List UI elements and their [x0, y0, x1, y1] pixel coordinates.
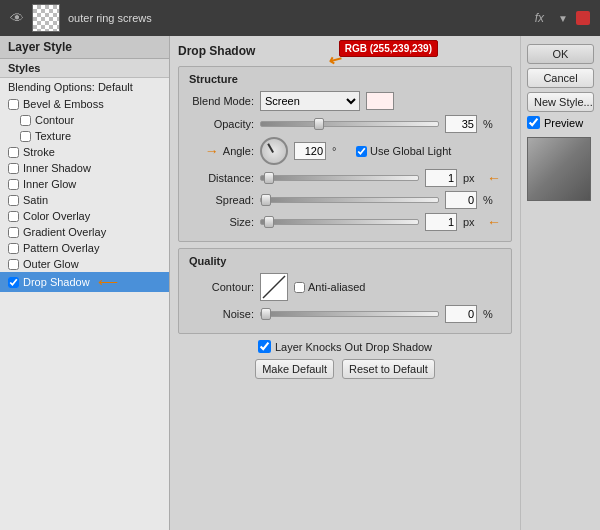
spread-slider[interactable]: [260, 197, 439, 203]
satin-item[interactable]: Satin: [0, 192, 169, 208]
noise-input[interactable]: [445, 305, 477, 323]
contour-label: Contour: [35, 114, 74, 126]
noise-slider[interactable]: [260, 311, 439, 317]
global-light-label: Use Global Light: [370, 145, 451, 157]
reset-default-button[interactable]: Reset to Default: [342, 359, 435, 379]
gradient-overlay-item[interactable]: Gradient Overlay: [0, 224, 169, 240]
blend-mode-select[interactable]: Screen: [260, 91, 360, 111]
size-unit: px: [463, 216, 481, 228]
outer-glow-checkbox[interactable]: [8, 259, 19, 270]
angle-row: → Angle: ° Use Global Light: [189, 137, 501, 165]
eye-icon[interactable]: 👁: [10, 10, 24, 26]
spread-input[interactable]: [445, 191, 477, 209]
outer-glow-item[interactable]: Outer Glow: [0, 256, 169, 272]
satin-label: Satin: [23, 194, 48, 206]
inner-shadow-item[interactable]: Inner Shadow: [0, 160, 169, 176]
new-style-button[interactable]: New Style...: [527, 92, 594, 112]
size-label: Size:: [189, 216, 254, 228]
preview-checkbox-group: Preview: [527, 116, 594, 129]
texture-checkbox[interactable]: [20, 131, 31, 142]
spread-row: Spread: %: [189, 191, 501, 209]
color-overlay-item[interactable]: Color Overlay: [0, 208, 169, 224]
contour-checkbox[interactable]: [20, 115, 31, 126]
fx-badge: fx: [535, 11, 544, 25]
structure-section: Structure Blend Mode: Screen Opacity: %: [178, 66, 512, 242]
pattern-overlay-checkbox[interactable]: [8, 243, 19, 254]
inner-glow-item[interactable]: Inner Glow: [0, 176, 169, 192]
size-slider[interactable]: [260, 219, 419, 225]
distance-arrow-icon: ←: [487, 170, 501, 186]
outer-glow-label: Outer Glow: [23, 258, 79, 270]
styles-header[interactable]: Styles: [0, 59, 169, 78]
opacity-label: Opacity:: [189, 118, 254, 130]
blending-options-item[interactable]: Blending Options: Default: [0, 78, 169, 96]
anti-aliased-checkbox[interactable]: [294, 282, 305, 293]
structure-title: Structure: [189, 73, 501, 85]
distance-slider[interactable]: [260, 175, 419, 181]
main-container: Layer Style Styles Blending Options: Def…: [0, 36, 600, 530]
noise-row: Noise: %: [189, 305, 501, 323]
global-light-checkbox[interactable]: [356, 146, 367, 157]
bevel-emboss-checkbox[interactable]: [8, 99, 19, 110]
opacity-row: Opacity: %: [189, 115, 501, 133]
opacity-input[interactable]: [445, 115, 477, 133]
opacity-slider[interactable]: [260, 121, 439, 127]
stroke-item[interactable]: Stroke: [0, 144, 169, 160]
quality-title: Quality: [189, 255, 501, 267]
gradient-overlay-checkbox[interactable]: [8, 227, 19, 238]
make-default-button[interactable]: Make Default: [255, 359, 334, 379]
noise-unit: %: [483, 308, 501, 320]
size-arrow-icon: ←: [487, 214, 501, 230]
spread-unit: %: [483, 194, 501, 206]
angle-input[interactable]: [294, 142, 326, 160]
layer-thumbnail: [32, 4, 60, 32]
cancel-button[interactable]: Cancel: [527, 68, 594, 88]
inner-glow-checkbox[interactable]: [8, 179, 19, 190]
contour-item[interactable]: Contour: [0, 112, 169, 128]
bevel-emboss-item[interactable]: Bevel & Emboss: [0, 96, 169, 112]
action-buttons-row: Make Default Reset to Default: [178, 359, 512, 379]
color-overlay-checkbox[interactable]: [8, 211, 19, 222]
satin-checkbox[interactable]: [8, 195, 19, 206]
contour-curve: [261, 274, 287, 300]
layer-knocks-row: Layer Knocks Out Drop Shadow: [178, 340, 512, 353]
right-panel: RGB (255,239,239) ↙ Drop Shadow Structur…: [170, 36, 520, 530]
size-input[interactable]: [425, 213, 457, 231]
texture-item[interactable]: Texture: [0, 128, 169, 144]
size-row: Size: px ←: [189, 213, 501, 231]
global-light-checkbox-group: Use Global Light: [356, 145, 451, 157]
distance-row: Distance: px ←: [189, 169, 501, 187]
ok-button[interactable]: OK: [527, 44, 594, 64]
stroke-checkbox[interactable]: [8, 147, 19, 158]
distance-unit: px: [463, 172, 481, 184]
pattern-overlay-item[interactable]: Pattern Overlay: [0, 240, 169, 256]
distance-input[interactable]: [425, 169, 457, 187]
preview-box: [527, 137, 591, 201]
opacity-unit: %: [483, 118, 501, 130]
drop-shadow-item[interactable]: Drop Shadow ⟵: [0, 272, 169, 292]
left-panel: Layer Style Styles Blending Options: Def…: [0, 36, 170, 530]
layer-name: outer ring screws: [68, 12, 527, 24]
quality-section: Quality Contour: Anti-aliased Noise:: [178, 248, 512, 334]
angle-dial[interactable]: [260, 137, 288, 165]
angle-label: → Angle:: [189, 143, 254, 159]
blend-mode-row: Blend Mode: Screen: [189, 91, 501, 111]
contour-row: Contour: Anti-aliased: [189, 273, 501, 301]
chevron-down-icon[interactable]: ▼: [558, 13, 568, 24]
distance-label: Distance:: [189, 172, 254, 184]
contour-thumbnail[interactable]: [260, 273, 288, 301]
inner-glow-label: Inner Glow: [23, 178, 76, 190]
drop-shadow-arrow: ⟵: [98, 274, 118, 290]
noise-label: Noise:: [189, 308, 254, 320]
pattern-overlay-label: Pattern Overlay: [23, 242, 99, 254]
layer-knocks-checkbox[interactable]: [258, 340, 271, 353]
inner-shadow-checkbox[interactable]: [8, 163, 19, 174]
close-button[interactable]: [576, 11, 590, 25]
spread-label: Spread:: [189, 194, 254, 206]
preview-checkbox[interactable]: [527, 116, 540, 129]
anti-aliased-label: Anti-aliased: [308, 281, 365, 293]
drop-shadow-checkbox[interactable]: [8, 277, 19, 288]
preview-label: Preview: [544, 117, 583, 129]
blend-mode-color-swatch[interactable]: [366, 92, 394, 110]
top-bar: 👁 outer ring screws fx ▼: [0, 0, 600, 36]
